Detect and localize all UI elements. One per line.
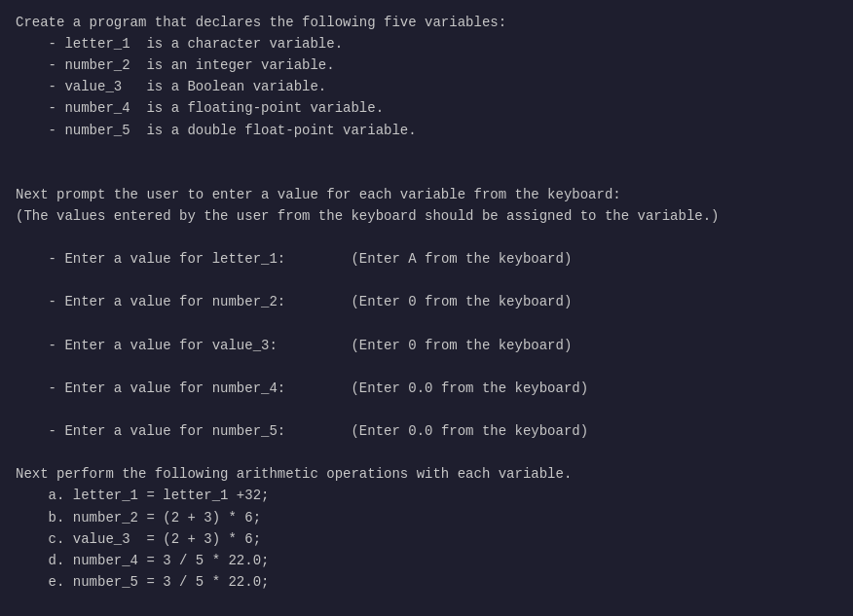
main-content: Create a program that declares the follo… (0, 0, 853, 616)
text-display: Create a program that declares the follo… (16, 12, 837, 593)
